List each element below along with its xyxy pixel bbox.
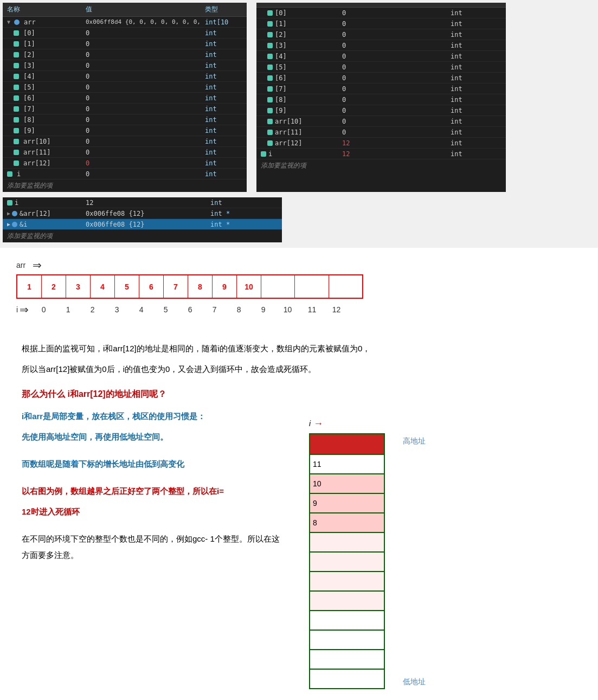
table-row[interactable]: arr[12] 0 int [3, 158, 247, 169]
low-address-label: 低地址 [403, 674, 426, 689]
var-type: int [206, 198, 249, 207]
left-header-name: 名称 [3, 4, 81, 15]
table-row[interactable]: [3] 0 int [256, 40, 506, 51]
var-type: int [446, 106, 487, 115]
var-type: int[10 [201, 18, 241, 27]
array-cell-11 [295, 275, 329, 298]
var-type: int [201, 115, 241, 124]
var-type: int [201, 105, 241, 113]
table-row[interactable]: arr[10] 0 int [256, 116, 506, 127]
table-row[interactable]: i 12 int [256, 149, 506, 159]
table-row[interactable]: arr[11] 0 int [3, 147, 247, 158]
add-watch-item-bottom[interactable]: 添加要监视的项 [3, 230, 282, 242]
section2: 而数组呢是随着下标的增长地址由低到高变化 [22, 456, 282, 472]
var-type: int [201, 61, 241, 70]
array-cell-5: 6 [139, 275, 164, 298]
i-diagram-arrow: → [313, 414, 323, 433]
expand-icon[interactable]: ▼ [7, 19, 10, 25]
var-icon [267, 65, 273, 70]
var-icon [14, 74, 19, 79]
right-watch-panel: [0] 0 int [1] 0 int [2] 0 int [3] [256, 3, 506, 192]
section1-title: i和arr是局部变量，放在栈区，栈区的使用习惯是： [22, 408, 282, 425]
table-row[interactable]: arr[10] 0 int [3, 136, 247, 147]
table-row[interactable]: [9] 0 int [256, 105, 506, 116]
var-value: 0 [81, 159, 201, 168]
table-row[interactable]: [5] 0 int [256, 62, 506, 73]
var-type: int * [206, 220, 249, 229]
table-row[interactable]: [1] 0 int [3, 38, 247, 49]
table-row[interactable]: ▼ arr 0x006ff8d4 {0, 0, 0, 0, 0, 0, 0, 0… [3, 17, 247, 28]
table-row[interactable]: ▶ &arr[12] 0x006ffe08 {12} int * [3, 208, 282, 219]
bottom-watch-panel: i 12 int ▶ &arr[12] 0x006ffe08 {12} int … [3, 197, 282, 242]
var-name: [9] [275, 107, 287, 114]
table-row[interactable]: arr[12] 12 int [256, 138, 506, 149]
left-watch-header: 名称 值 类型 [3, 3, 247, 17]
array-cell-4: 5 [115, 275, 139, 298]
var-value: 12 [338, 139, 446, 147]
array-label: arr ⇒ [16, 259, 582, 272]
var-name: [3] [23, 62, 35, 69]
var-icon [267, 21, 273, 27]
table-row[interactable]: [7] 0 int [3, 104, 247, 114]
var-name: [8] [275, 96, 287, 104]
table-row[interactable]: [4] 0 int [3, 71, 247, 82]
right-watch-header [256, 3, 506, 8]
table-row[interactable]: [5] 0 int [3, 82, 247, 93]
left-header-type: 类型 [201, 4, 241, 15]
table-row[interactable]: i 0 int [3, 169, 247, 179]
var-value: 0 [338, 128, 446, 137]
table-row[interactable]: [9] 0 int [3, 125, 247, 136]
var-name: &i [20, 221, 27, 228]
table-row[interactable]: [7] 0 int [256, 84, 506, 94]
table-row[interactable]: ▶ &i 0x006ffe08 {12} int * [3, 219, 282, 230]
i-label-row: i ⇒ [16, 303, 29, 316]
stack-cell-e2 [309, 551, 385, 572]
var-type: int [201, 29, 241, 37]
var-name: i [268, 150, 272, 158]
table-row[interactable]: arr[11] 0 int [256, 127, 506, 138]
table-row[interactable]: [6] 0 int [3, 93, 247, 104]
table-row[interactable]: [0] 0 int [3, 28, 247, 38]
var-value: 0 [81, 29, 201, 37]
table-row[interactable]: [8] 0 int [3, 114, 247, 125]
table-row[interactable]: i 12 int [3, 197, 282, 208]
var-name: [1] [23, 40, 35, 48]
index-8: 8 [227, 305, 251, 314]
table-row[interactable]: [0] 0 int [256, 8, 506, 18]
var-type: int [201, 137, 241, 146]
var-name: i [17, 170, 21, 178]
var-icon [267, 32, 273, 37]
var-icon [14, 150, 19, 155]
bottom-panel-wrapper: i 12 int ▶ &arr[12] 0x006ffe08 {12} int … [0, 195, 598, 245]
index-row: i ⇒ 0 1 2 3 4 5 6 7 8 9 10 11 12 [16, 303, 582, 316]
table-row[interactable]: [8] 0 int [256, 94, 506, 105]
var-type: int [446, 117, 487, 126]
array-cell-12 [329, 275, 362, 298]
var-value: 0 [338, 30, 446, 39]
expand-icon[interactable]: ▶ [7, 210, 10, 216]
var-type: int [446, 20, 487, 28]
var-type: int [201, 50, 241, 59]
var-type: int [201, 94, 241, 102]
stack-cell-11: 11 [309, 454, 385, 474]
var-icon [14, 63, 19, 68]
add-watch-item-right[interactable]: 添加要监视的项 [256, 159, 506, 172]
index-2: 2 [80, 305, 105, 314]
var-value: 0 [338, 74, 446, 82]
expand-icon[interactable]: ▶ [7, 221, 10, 227]
right-header-value [338, 4, 446, 6]
stack-cell-i [309, 433, 385, 455]
array-cell-2: 3 [66, 275, 91, 298]
add-watch-item[interactable]: 添加要监视的项 [3, 179, 247, 192]
table-row[interactable]: [4] 0 int [256, 51, 506, 62]
table-row[interactable]: [2] 0 int [3, 49, 247, 60]
var-name: [8] [23, 116, 35, 124]
var-name: [4] [23, 73, 35, 80]
var-type: int [201, 148, 241, 157]
table-row[interactable]: [6] 0 int [256, 73, 506, 84]
table-row[interactable]: [1] 0 int [256, 18, 506, 29]
arr-text: arr [16, 261, 25, 269]
table-row[interactable]: [3] 0 int [3, 60, 247, 71]
stack-cell-10: 10 [309, 473, 385, 494]
table-row[interactable]: [2] 0 int [256, 29, 506, 40]
